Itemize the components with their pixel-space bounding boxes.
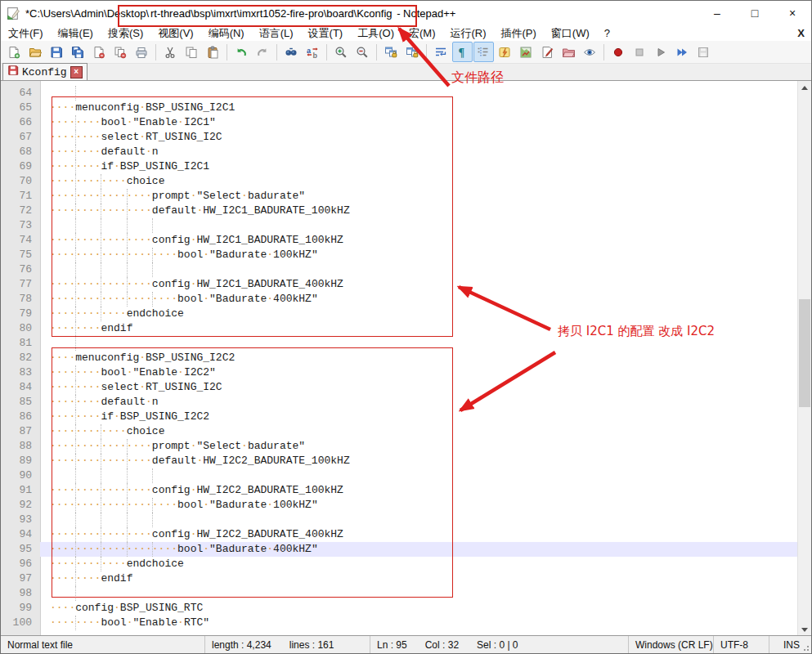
sync-horizontal-scroll-icon[interactable] bbox=[402, 42, 423, 62]
menu-item-help[interactable]: ? bbox=[597, 25, 617, 41]
code-line[interactable]: ····config·BSP_USING_RTC bbox=[40, 601, 797, 616]
code-line[interactable]: ········bool·"Enable·I2C1" bbox=[40, 115, 797, 130]
tab-kconfig[interactable]: Kconfig × bbox=[2, 63, 87, 80]
code-line[interactable]: ····menuconfig·BSP_USING_I2C2 bbox=[40, 351, 797, 365]
zoom-out-icon[interactable] bbox=[352, 42, 373, 62]
code-line[interactable]: ················prompt·"Select·badurate" bbox=[40, 439, 797, 454]
menu-item-window[interactable]: 窗口(W) bbox=[544, 25, 597, 41]
code-line[interactable]: ····················bool·"Badurate·400kH… bbox=[40, 292, 797, 307]
code-line[interactable]: ············choice bbox=[40, 424, 797, 439]
indent-guide-icon[interactable] bbox=[473, 42, 494, 62]
menu-item-language[interactable]: 语言(L) bbox=[252, 25, 301, 41]
document-map-icon[interactable] bbox=[516, 42, 536, 62]
whitespace-dots: · bbox=[267, 293, 273, 305]
word-wrap-icon[interactable] bbox=[431, 42, 451, 62]
code-line[interactable]: ········if·BSP_USING_I2C1 bbox=[40, 159, 797, 174]
folder-as-workspace-icon[interactable] bbox=[559, 42, 579, 62]
cut-icon[interactable] bbox=[160, 42, 181, 62]
code-line[interactable]: ········default·n bbox=[40, 145, 797, 159]
zoom-in-icon[interactable] bbox=[331, 42, 352, 62]
tab-close-icon[interactable]: × bbox=[70, 66, 83, 78]
open-file-icon[interactable] bbox=[25, 42, 46, 62]
undo-icon[interactable] bbox=[231, 42, 252, 62]
menu-item-search[interactable]: 搜索(S) bbox=[101, 25, 150, 41]
code-line[interactable]: ········if·BSP_USING_I2C2 bbox=[40, 410, 797, 424]
code-line[interactable] bbox=[40, 86, 797, 101]
find-icon[interactable] bbox=[281, 42, 302, 62]
code-line[interactable]: ····················bool·"Badurate·100kH… bbox=[40, 498, 797, 513]
vertical-scrollbar[interactable] bbox=[797, 81, 811, 637]
code-line[interactable]: ················default·HW_I2C2_BADURATE… bbox=[40, 454, 797, 468]
menu-item-plugins[interactable]: 插件(P) bbox=[494, 25, 544, 41]
indent-guide-line bbox=[75, 292, 76, 307]
close-file-icon[interactable] bbox=[89, 42, 110, 62]
code-line[interactable] bbox=[40, 586, 797, 601]
macro-play-icon[interactable] bbox=[651, 42, 671, 62]
code-line[interactable]: ················config·HW_I2C1_BADURATE_… bbox=[40, 277, 797, 292]
code-line[interactable]: ········endif bbox=[40, 571, 797, 586]
code-line-row: 85········default·n bbox=[1, 395, 797, 410]
minimize-button[interactable]: – bbox=[698, 1, 736, 25]
close-all-icon[interactable] bbox=[110, 42, 131, 62]
status-insert-mode[interactable]: INS bbox=[769, 636, 811, 653]
menu-item-tools[interactable]: 工具(O) bbox=[350, 25, 402, 41]
code-line[interactable]: ················config·HW_I2C2_BADURATE_… bbox=[40, 527, 797, 542]
user-defined-dialog-icon[interactable] bbox=[495, 42, 515, 62]
menu-item-view[interactable]: 视图(V) bbox=[150, 25, 200, 41]
function-list-icon[interactable] bbox=[537, 42, 558, 62]
code-line[interactable]: ····················bool·"Badurate·100kH… bbox=[40, 248, 797, 262]
code-line[interactable]: ················config·HW_I2C2_BADURATE_… bbox=[40, 483, 797, 498]
status-encoding[interactable]: UTF-8 bbox=[714, 636, 769, 653]
redo-icon[interactable] bbox=[253, 42, 273, 62]
menu-item-encoding[interactable]: 编码(N) bbox=[201, 25, 252, 41]
code-line[interactable]: ········select·RT_USING_I2C bbox=[40, 130, 797, 145]
code-line[interactable]: ····················bool·"Badurate·400kH… bbox=[40, 542, 797, 557]
scrollbar-thumb[interactable] bbox=[799, 299, 810, 407]
code-line[interactable]: ············endchoice bbox=[40, 557, 797, 571]
macro-run-multiple-icon[interactable] bbox=[672, 42, 693, 62]
sync-vertical-scroll-icon[interactable] bbox=[381, 42, 402, 62]
code-line[interactable] bbox=[40, 513, 797, 527]
code-line[interactable]: ········default·n bbox=[40, 395, 797, 410]
scroll-up-arrow-icon[interactable] bbox=[798, 81, 811, 95]
code-line[interactable] bbox=[40, 468, 797, 483]
code-line[interactable]: ············endchoice bbox=[40, 307, 797, 321]
menu-item-edit[interactable]: 编辑(E) bbox=[51, 25, 101, 41]
save-all-icon[interactable] bbox=[68, 42, 88, 62]
menu-item-macro[interactable]: 宏(M) bbox=[402, 25, 443, 41]
resize-grip[interactable] bbox=[807, 649, 809, 651]
code-line[interactable]: ················config·HW_I2C1_BADURATE_… bbox=[40, 233, 797, 248]
replace-icon[interactable]: ab bbox=[303, 42, 323, 62]
code-area[interactable]: 6465····menuconfig·BSP_USING_I2C166·····… bbox=[1, 86, 797, 630]
menubar-close-document-icon[interactable]: X bbox=[797, 27, 805, 39]
show-all-characters-icon[interactable]: ¶ bbox=[452, 42, 473, 62]
menu-item-run[interactable]: 运行(R) bbox=[442, 25, 493, 41]
indent-guide-line bbox=[75, 204, 76, 218]
print-icon[interactable] bbox=[132, 42, 152, 62]
code-line[interactable]: ········bool·"Enable·RTC" bbox=[40, 616, 797, 630]
maximize-button[interactable]: □ bbox=[736, 1, 774, 25]
code-line[interactable] bbox=[40, 218, 797, 233]
code-line[interactable]: ········select·RT_USING_I2C bbox=[40, 380, 797, 395]
macro-stop-icon[interactable] bbox=[630, 42, 650, 62]
status-eol-format[interactable]: Windows (CR LF) bbox=[629, 636, 714, 653]
code-line[interactable] bbox=[40, 336, 797, 351]
macro-record-icon[interactable] bbox=[608, 42, 629, 62]
code-line[interactable]: ········endif bbox=[40, 321, 797, 336]
code-line-row: 82····menuconfig·BSP_USING_I2C2 bbox=[1, 351, 797, 365]
copy-icon[interactable] bbox=[182, 42, 202, 62]
menu-item-settings[interactable]: 设置(T) bbox=[301, 25, 351, 41]
code-line[interactable]: ················prompt·"Select·badurate" bbox=[40, 189, 797, 204]
code-line[interactable]: ················default·HW_I2C1_BADURATE… bbox=[40, 204, 797, 218]
code-line[interactable] bbox=[40, 262, 797, 277]
monitoring-icon[interactable] bbox=[580, 42, 600, 62]
code-line[interactable]: ········bool·"Enable·I2C2" bbox=[40, 365, 797, 380]
paste-icon[interactable] bbox=[203, 42, 223, 62]
close-button[interactable]: × bbox=[774, 1, 811, 25]
code-line[interactable]: ············choice bbox=[40, 174, 797, 189]
save-icon[interactable] bbox=[47, 42, 67, 62]
macro-save-icon[interactable] bbox=[693, 42, 714, 62]
menu-item-file[interactable]: 文件(F) bbox=[1, 25, 51, 41]
new-file-icon[interactable] bbox=[4, 42, 25, 62]
code-line[interactable]: ····menuconfig·BSP_USING_I2C1 bbox=[40, 101, 797, 115]
